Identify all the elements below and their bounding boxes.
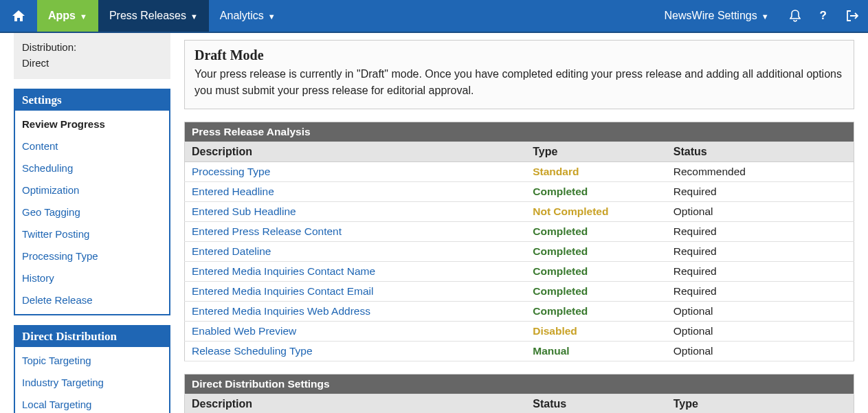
analysis-status-value: Required xyxy=(667,182,854,202)
nav-apps[interactable]: Apps▼ xyxy=(37,0,98,32)
analysis-header-desc: Description xyxy=(185,142,526,162)
table-row: Entered Sub HeadlineNot CompletedOptiona… xyxy=(185,202,854,222)
sidebar-item-review-progress[interactable]: Review Progress xyxy=(15,113,169,135)
sidebar-item-industry-targeting[interactable]: Industry Targeting xyxy=(15,372,169,394)
logout-button[interactable] xyxy=(836,0,868,32)
analysis-status-value: Required xyxy=(667,222,854,242)
analysis-desc-link[interactable]: Entered Sub Headline xyxy=(192,205,296,217)
analysis-status-value: Required xyxy=(667,282,854,302)
analysis-header-type: Type xyxy=(526,142,667,162)
sidebar: Distribution: Direct Settings Review Pro… xyxy=(0,33,170,413)
analysis-type-value: Manual xyxy=(533,345,569,357)
sidebar-item-scheduling[interactable]: Scheduling xyxy=(15,157,169,179)
direct-header-status: Status xyxy=(526,394,667,414)
analysis-desc-link[interactable]: Entered Media Inquiries Contact Name xyxy=(192,265,375,277)
question-icon: ? xyxy=(820,9,827,23)
sidebar-item-optimization[interactable]: Optimization xyxy=(15,179,169,201)
analysis-status-value: Required xyxy=(667,242,854,262)
direct-dist-table: Direct Distribution Settings Description… xyxy=(184,374,854,413)
top-navbar: Apps▼ Press Releases▼ Analytics▼ NewsWir… xyxy=(0,0,868,33)
analysis-status-value: Optional xyxy=(667,202,854,222)
table-row: Entered Press Release ContentCompletedRe… xyxy=(185,222,854,242)
analysis-type-value: Not Completed xyxy=(533,205,608,217)
analysis-status-value: Required xyxy=(667,262,854,282)
chevron-down-icon: ▼ xyxy=(761,12,769,21)
table-row: Entered DatelineCompletedRequired xyxy=(185,242,854,262)
direct-header-desc: Description xyxy=(185,394,526,414)
analysis-desc-link[interactable]: Enabled Web Preview xyxy=(192,325,296,337)
home-icon xyxy=(12,10,25,21)
chevron-down-icon: ▼ xyxy=(190,12,198,21)
distribution-label: Distribution: xyxy=(22,40,162,56)
draft-mode-title: Draft Mode xyxy=(185,41,854,66)
analysis-type-value: Standard xyxy=(533,166,579,177)
table-row: Enabled Web PreviewDisabledOptional xyxy=(185,322,854,342)
sidebar-item-twitter-posting[interactable]: Twitter Posting xyxy=(15,223,169,245)
notifications-button[interactable] xyxy=(780,0,810,32)
sidebar-item-delete-release[interactable]: Delete Release xyxy=(15,289,169,311)
analysis-desc-link[interactable]: Processing Type xyxy=(192,166,270,177)
direct-dist-title: Direct Distribution Settings xyxy=(185,375,854,394)
chevron-down-icon: ▼ xyxy=(80,12,87,21)
direct-distribution-panel: Direct Distribution Topic TargetingIndus… xyxy=(14,325,170,413)
sidebar-item-history[interactable]: History xyxy=(15,267,169,289)
table-row: Entered Media Inquiries Web AddressCompl… xyxy=(185,302,854,322)
signout-icon xyxy=(846,10,858,21)
analysis-type-value: Disabled xyxy=(533,325,577,337)
analysis-status-value: Optional xyxy=(667,302,854,322)
analysis-status-value: Optional xyxy=(667,342,854,361)
table-row: Entered Media Inquiries Contact NameComp… xyxy=(185,262,854,282)
settings-panel-title: Settings xyxy=(15,90,169,111)
nav-home[interactable] xyxy=(0,0,37,32)
analysis-desc-link[interactable]: Entered Press Release Content xyxy=(192,225,342,237)
sidebar-item-topic-targeting[interactable]: Topic Targeting xyxy=(15,350,169,372)
analysis-status-value: Recommended xyxy=(667,162,854,182)
table-row: Entered HeadlineCompletedRequired xyxy=(185,182,854,202)
sidebar-item-geo-tagging[interactable]: Geo Tagging xyxy=(15,201,169,223)
chevron-down-icon: ▼ xyxy=(268,12,276,21)
distribution-info: Distribution: Direct xyxy=(14,33,170,79)
analysis-header-status: Status xyxy=(667,142,854,162)
direct-panel-title: Direct Distribution xyxy=(15,326,169,347)
analysis-table: Press Release Analysis Description Type … xyxy=(184,122,854,361)
sidebar-item-processing-type[interactable]: Processing Type xyxy=(15,245,169,267)
analysis-status-value: Optional xyxy=(667,322,854,342)
distribution-value: Direct xyxy=(22,56,162,71)
table-row: Entered Media Inquiries Contact EmailCom… xyxy=(185,282,854,302)
analysis-type-value: Completed xyxy=(533,265,588,277)
draft-mode-box: Draft Mode Your press release is current… xyxy=(184,40,854,109)
main-content: Draft Mode Your press release is current… xyxy=(170,33,868,413)
analysis-type-value: Completed xyxy=(533,225,588,237)
analysis-title: Press Release Analysis xyxy=(185,122,854,142)
sidebar-item-local-targeting[interactable]: Local Targeting xyxy=(15,394,169,413)
nav-press-releases[interactable]: Press Releases▼ xyxy=(98,0,209,32)
analysis-type-value: Completed xyxy=(533,305,588,317)
analysis-type-value: Completed xyxy=(533,245,588,257)
bell-icon xyxy=(790,10,801,22)
analysis-type-value: Completed xyxy=(533,285,588,297)
table-row: Release Scheduling TypeManualOptional xyxy=(185,342,854,361)
analysis-desc-link[interactable]: Entered Headline xyxy=(192,186,274,197)
nav-newswire-settings[interactable]: NewsWire Settings▼ xyxy=(654,0,780,32)
analysis-type-value: Completed xyxy=(533,186,588,197)
nav-analytics[interactable]: Analytics▼ xyxy=(209,0,287,32)
table-row: Processing TypeStandardRecommended xyxy=(185,162,854,182)
analysis-desc-link[interactable]: Release Scheduling Type xyxy=(192,345,313,357)
settings-panel: Settings Review ProgressContentSchedulin… xyxy=(14,89,170,315)
help-button[interactable]: ? xyxy=(810,0,836,32)
direct-header-type: Type xyxy=(667,394,854,414)
analysis-desc-link[interactable]: Entered Dateline xyxy=(192,245,271,257)
draft-mode-text: Your press release is currently in "Draf… xyxy=(185,66,854,109)
analysis-desc-link[interactable]: Entered Media Inquiries Contact Email xyxy=(192,285,374,297)
sidebar-item-content[interactable]: Content xyxy=(15,135,169,157)
analysis-desc-link[interactable]: Entered Media Inquiries Web Address xyxy=(192,305,370,317)
